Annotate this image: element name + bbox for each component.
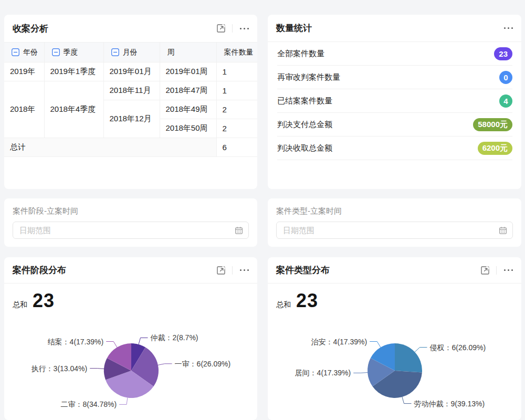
column-header-label: 周: [167, 48, 175, 57]
sum-value: 23: [33, 290, 55, 312]
table-cell: 2018年49周: [160, 100, 216, 119]
stat-value-badge: 58000元: [473, 118, 512, 131]
column-header-label: 年份: [23, 48, 38, 57]
pie-slice-label: 结案：4(17.39%): [48, 338, 104, 346]
column-header[interactable]: 季度: [44, 43, 103, 62]
more-menu-icon[interactable]: [239, 26, 250, 32]
sum-row: 总和 23: [13, 290, 55, 312]
table-total-row: 总计6: [4, 138, 257, 157]
stat-label: 全部案件数量: [277, 49, 324, 59]
type-date-range-input[interactable]: [276, 222, 513, 239]
column-header-label: 季度: [64, 48, 78, 57]
column-header[interactable]: 年份: [4, 43, 44, 62]
pie-label-line: [106, 342, 117, 348]
stat-value-badge: 4: [499, 94, 512, 108]
pie-slice-label: 居间：4(17.39%): [295, 369, 351, 377]
stats-header: 数量统计: [268, 15, 521, 42]
more-menu-icon[interactable]: [239, 267, 250, 273]
pie-label-line: [90, 369, 104, 369]
table-cell: 2019年: [4, 62, 44, 81]
case-table: 年份季度月份周案件数量 2019年2019年1季度2019年01月2019年01…: [4, 42, 257, 157]
stage-date-range-input[interactable]: [13, 222, 249, 239]
card-title: 收案分析: [13, 23, 48, 35]
card-title: 数量统计: [276, 22, 312, 34]
stats-card: 数量统计 全部案件数量23再审改判案件数量0已结案案件数量4判决支付总金额580…: [268, 15, 521, 189]
type-chart-card: 案件类型分布 总和 23 侵权：6(26.09%)劳动仲裁：9(39.13%)居…: [268, 257, 521, 420]
stat-row: 全部案件数量23: [277, 42, 512, 66]
stat-value-badge: 6200元: [478, 142, 512, 155]
type-chart-header: 案件类型分布: [268, 257, 521, 284]
pie-label-line: [139, 338, 148, 344]
stat-label: 判决收取总金额: [277, 143, 332, 153]
pie-label-line: [402, 397, 412, 404]
type-filter-card: 案件类型-立案时间: [268, 198, 521, 247]
filter-label: 案件类型-立案时间: [276, 206, 513, 216]
card-title: 案件类型分布: [276, 264, 330, 276]
calendar-icon[interactable]: [235, 226, 243, 235]
column-header: 案件数量: [216, 43, 257, 62]
pie-slice-label: 劳动仲裁：9(39.13%): [414, 400, 485, 408]
column-header-label: 月份: [123, 48, 138, 57]
expand-icon[interactable]: [216, 24, 226, 33]
sum-row: 总和 23: [276, 290, 318, 312]
header-divider: [496, 266, 497, 275]
column-header: 周: [160, 43, 216, 62]
column-header-label: 案件数量: [224, 48, 254, 57]
pie-slice-label: 治安：4(17.39%): [311, 338, 368, 346]
stat-label: 再审改判案件数量: [277, 72, 340, 82]
stat-row: 再审改判案件数量0: [277, 66, 512, 89]
stat-label: 判决支付总金额: [277, 120, 332, 130]
case-analysis-header: 收案分析: [4, 15, 257, 42]
pie-label-line: [370, 342, 381, 348]
pie-slice-0[interactable]: [395, 343, 422, 373]
stat-row: 判决收取总金额6200元: [277, 136, 512, 160]
table-cell: 2: [216, 100, 257, 119]
sum-value: 23: [296, 290, 318, 312]
stage-chart-header: 案件阶段分布: [4, 257, 257, 284]
stats-list: 全部案件数量23再审改判案件数量0已结案案件数量4判决支付总金额58000元判决…: [268, 42, 521, 160]
case-table-body: 2019年2019年1季度2019年01月2019年01周12018年2018年…: [4, 62, 257, 157]
filter-label: 案件阶段-立案时间: [13, 206, 249, 216]
stat-row: 已结案案件数量4: [277, 89, 512, 113]
expand-icon[interactable]: [216, 266, 226, 275]
table-row: 2018年2018年4季度2018年11月2018年47周1: [4, 81, 257, 100]
pie-slice-label: 二审：8(34.78%): [61, 400, 117, 408]
total-label-cell: 总计: [4, 138, 216, 157]
collapse-column-icon[interactable]: [52, 48, 60, 56]
pie-label-line: [353, 373, 368, 373]
header-divider: [232, 266, 233, 275]
table-cell: 2018年50周: [160, 119, 216, 138]
case-analysis-card: 收案分析 年份季度月份周案件数量 2019年2019年1季度2019年01月20…: [4, 15, 257, 189]
calendar-icon[interactable]: [499, 226, 507, 235]
pie-slice-label: 侵权：6(26.09%): [429, 343, 486, 352]
case-table-head: 年份季度月份周案件数量: [4, 43, 257, 62]
table-cell: 2019年1季度: [44, 62, 103, 81]
stage-filter-card: 案件阶段-立案时间: [4, 198, 257, 247]
collapse-column-icon[interactable]: [111, 48, 119, 56]
table-cell: 2019年01周: [160, 62, 216, 81]
stat-row: 判决支付总金额58000元: [277, 113, 512, 136]
table-cell: 2018年47周: [160, 81, 216, 100]
pie-label-line: [119, 398, 128, 405]
sum-label: 总和: [276, 300, 291, 310]
card-title: 案件阶段分布: [13, 264, 66, 276]
expand-icon[interactable]: [480, 266, 490, 275]
collapse-column-icon[interactable]: [12, 48, 19, 56]
table-cell: 1: [216, 81, 257, 100]
more-menu-icon[interactable]: [503, 267, 514, 273]
table-cell: 2018年: [4, 81, 44, 138]
stage-chart-card: 案件阶段分布 总和 23 仲裁：2(8.7%)一审：6(26.09%)二审：8(…: [4, 257, 257, 420]
sum-label: 总和: [13, 300, 27, 310]
column-header[interactable]: 月份: [103, 43, 160, 62]
pie-label-line: [415, 348, 427, 352]
stat-value-badge: 23: [494, 47, 512, 60]
table-cell: 2018年12月: [103, 100, 160, 138]
table-cell: 2018年11月: [103, 81, 160, 100]
stat-label: 已结案案件数量: [277, 96, 332, 106]
table-row: 2019年2019年1季度2019年01月2019年01周1: [4, 62, 257, 81]
total-value-cell: 6: [216, 138, 257, 157]
table-cell: 2: [216, 119, 257, 138]
more-menu-icon[interactable]: [503, 25, 514, 31]
table-cell: 1: [216, 62, 257, 81]
pie-label-line: [158, 364, 172, 365]
